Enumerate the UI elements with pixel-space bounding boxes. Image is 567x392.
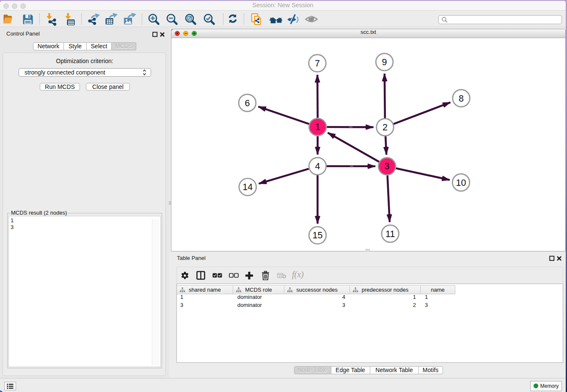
svg-text:2: 2 (383, 122, 388, 133)
svg-text:10: 10 (456, 178, 466, 188)
svg-text:6: 6 (245, 98, 250, 108)
svg-text:8: 8 (459, 94, 464, 104)
svg-text:7: 7 (315, 58, 320, 69)
svg-text:9: 9 (382, 57, 387, 67)
svg-text:14: 14 (242, 182, 253, 192)
svg-text:15: 15 (313, 230, 323, 240)
svg-text:4: 4 (315, 161, 320, 171)
svg-text:3: 3 (385, 161, 390, 171)
svg-text:11: 11 (385, 229, 395, 239)
svg-text:1: 1 (315, 122, 320, 132)
